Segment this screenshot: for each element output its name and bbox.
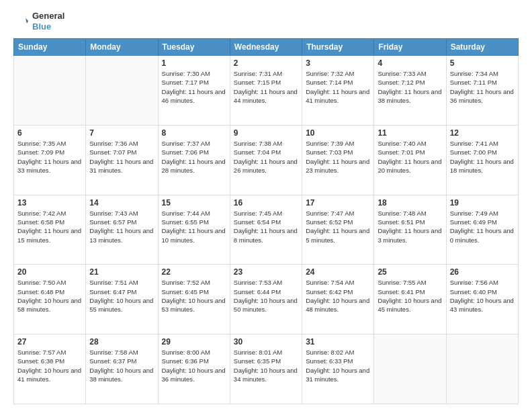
calendar-cell: 19Sunrise: 7:49 AM Sunset: 6:49 PM Dayli… (446, 195, 518, 265)
day-info: Sunrise: 7:45 AM Sunset: 6:54 PM Dayligh… (234, 209, 298, 244)
calendar-cell: 3Sunrise: 7:32 AM Sunset: 7:14 PM Daylig… (302, 56, 374, 126)
day-number: 27 (17, 337, 82, 347)
col-tuesday: Tuesday (158, 39, 230, 56)
day-info: Sunrise: 7:35 AM Sunset: 7:09 PM Dayligh… (17, 139, 82, 175)
day-number: 2 (234, 58, 298, 68)
calendar-week-row: 27Sunrise: 7:57 AM Sunset: 6:38 PM Dayli… (14, 334, 519, 404)
day-info: Sunrise: 7:53 AM Sunset: 6:44 PM Dayligh… (234, 278, 298, 314)
day-number: 16 (234, 198, 298, 208)
day-number: 24 (306, 267, 370, 277)
calendar-week-row: 6Sunrise: 7:35 AM Sunset: 7:09 PM Daylig… (14, 125, 519, 195)
day-info: Sunrise: 8:01 AM Sunset: 6:35 PM Dayligh… (234, 348, 298, 383)
calendar-cell (86, 56, 158, 126)
calendar-cell: 25Sunrise: 7:55 AM Sunset: 6:41 PM Dayli… (374, 265, 446, 334)
day-number: 29 (162, 337, 226, 347)
calendar-cell: 16Sunrise: 7:45 AM Sunset: 6:54 PM Dayli… (230, 195, 302, 265)
day-number: 5 (450, 58, 515, 68)
day-info: Sunrise: 7:42 AM Sunset: 6:58 PM Dayligh… (17, 209, 82, 244)
day-info: Sunrise: 7:56 AM Sunset: 6:40 PM Dayligh… (450, 278, 515, 314)
page: General Blue Sunday Monday Tuesday Wedne… (0, 0, 532, 411)
calendar-cell: 23Sunrise: 7:53 AM Sunset: 6:44 PM Dayli… (230, 265, 302, 334)
day-info: Sunrise: 7:47 AM Sunset: 6:52 PM Dayligh… (306, 209, 370, 244)
calendar-cell: 4Sunrise: 7:33 AM Sunset: 7:12 PM Daylig… (374, 56, 446, 126)
calendar-cell: 29Sunrise: 8:00 AM Sunset: 6:36 PM Dayli… (158, 334, 230, 404)
calendar-cell: 11Sunrise: 7:40 AM Sunset: 7:01 PM Dayli… (374, 125, 446, 195)
calendar-table: Sunday Monday Tuesday Wednesday Thursday… (13, 38, 519, 404)
calendar-cell: 17Sunrise: 7:47 AM Sunset: 6:52 PM Dayli… (302, 195, 374, 265)
day-number: 7 (89, 128, 154, 138)
calendar-cell: 31Sunrise: 8:02 AM Sunset: 6:33 PM Dayli… (302, 334, 374, 404)
day-number: 1 (162, 58, 226, 68)
day-info: Sunrise: 7:34 AM Sunset: 7:11 PM Dayligh… (450, 69, 515, 105)
day-info: Sunrise: 7:51 AM Sunset: 6:47 PM Dayligh… (89, 278, 154, 314)
col-sunday: Sunday (14, 39, 86, 56)
day-number: 13 (17, 198, 82, 208)
calendar-cell: 6Sunrise: 7:35 AM Sunset: 7:09 PM Daylig… (14, 125, 86, 195)
day-number: 18 (378, 198, 442, 208)
logo: General Blue (13, 11, 64, 32)
calendar-week-row: 13Sunrise: 7:42 AM Sunset: 6:58 PM Dayli… (14, 195, 519, 265)
calendar-cell (374, 334, 446, 404)
day-number: 3 (306, 58, 370, 68)
calendar-cell: 10Sunrise: 7:39 AM Sunset: 7:03 PM Dayli… (302, 125, 374, 195)
col-wednesday: Wednesday (230, 39, 302, 56)
col-monday: Monday (86, 39, 158, 56)
calendar-cell: 27Sunrise: 7:57 AM Sunset: 6:38 PM Dayli… (14, 334, 86, 404)
day-number: 21 (89, 267, 154, 277)
day-info: Sunrise: 7:38 AM Sunset: 7:04 PM Dayligh… (234, 139, 298, 175)
logo-text-general: General (32, 11, 64, 21)
day-number: 9 (234, 128, 298, 138)
day-info: Sunrise: 7:39 AM Sunset: 7:03 PM Dayligh… (306, 139, 370, 175)
day-number: 31 (306, 337, 370, 347)
col-saturday: Saturday (446, 39, 518, 56)
day-info: Sunrise: 7:58 AM Sunset: 6:37 PM Dayligh… (89, 348, 154, 383)
calendar-cell: 24Sunrise: 7:54 AM Sunset: 6:42 PM Dayli… (302, 265, 374, 334)
calendar-cell (446, 334, 518, 404)
calendar-header-row: Sunday Monday Tuesday Wednesday Thursday… (14, 39, 519, 56)
day-number: 17 (306, 198, 370, 208)
day-number: 12 (450, 128, 515, 138)
calendar-cell: 13Sunrise: 7:42 AM Sunset: 6:58 PM Dayli… (14, 195, 86, 265)
day-number: 4 (378, 58, 442, 68)
day-number: 30 (234, 337, 298, 347)
day-info: Sunrise: 7:31 AM Sunset: 7:15 PM Dayligh… (234, 69, 298, 105)
day-info: Sunrise: 7:55 AM Sunset: 6:41 PM Dayligh… (378, 278, 442, 314)
calendar-cell: 7Sunrise: 7:36 AM Sunset: 7:07 PM Daylig… (86, 125, 158, 195)
calendar-cell: 28Sunrise: 7:58 AM Sunset: 6:37 PM Dayli… (86, 334, 158, 404)
col-friday: Friday (374, 39, 446, 56)
day-info: Sunrise: 7:50 AM Sunset: 6:48 PM Dayligh… (17, 278, 82, 314)
day-number: 15 (162, 198, 226, 208)
day-number: 8 (162, 128, 226, 138)
calendar-cell: 26Sunrise: 7:56 AM Sunset: 6:40 PM Dayli… (446, 265, 518, 334)
day-number: 22 (162, 267, 226, 277)
day-number: 23 (234, 267, 298, 277)
svg-marker-1 (26, 18, 28, 24)
day-info: Sunrise: 8:02 AM Sunset: 6:33 PM Dayligh… (306, 348, 370, 383)
day-info: Sunrise: 7:32 AM Sunset: 7:14 PM Dayligh… (306, 69, 370, 105)
day-number: 26 (450, 267, 515, 277)
day-info: Sunrise: 7:30 AM Sunset: 7:17 PM Dayligh… (162, 69, 226, 105)
header: General Blue (13, 11, 519, 32)
calendar-cell: 18Sunrise: 7:48 AM Sunset: 6:51 PM Dayli… (374, 195, 446, 265)
day-info: Sunrise: 7:48 AM Sunset: 6:51 PM Dayligh… (378, 209, 442, 244)
day-number: 19 (450, 198, 515, 208)
logo-icon (13, 14, 28, 29)
calendar-cell: 2Sunrise: 7:31 AM Sunset: 7:15 PM Daylig… (230, 56, 302, 126)
calendar-cell: 22Sunrise: 7:52 AM Sunset: 6:45 PM Dayli… (158, 265, 230, 334)
calendar-cell: 9Sunrise: 7:38 AM Sunset: 7:04 PM Daylig… (230, 125, 302, 195)
calendar-week-row: 20Sunrise: 7:50 AM Sunset: 6:48 PM Dayli… (14, 265, 519, 334)
calendar-cell: 30Sunrise: 8:01 AM Sunset: 6:35 PM Dayli… (230, 334, 302, 404)
day-info: Sunrise: 7:36 AM Sunset: 7:07 PM Dayligh… (89, 139, 154, 175)
day-number: 25 (378, 267, 442, 277)
calendar-cell: 12Sunrise: 7:41 AM Sunset: 7:00 PM Dayli… (446, 125, 518, 195)
day-number: 20 (17, 267, 82, 277)
calendar-cell: 14Sunrise: 7:43 AM Sunset: 6:57 PM Dayli… (86, 195, 158, 265)
calendar-cell (14, 56, 86, 126)
day-info: Sunrise: 7:43 AM Sunset: 6:57 PM Dayligh… (89, 209, 154, 244)
day-number: 6 (17, 128, 82, 138)
calendar-cell: 21Sunrise: 7:51 AM Sunset: 6:47 PM Dayli… (86, 265, 158, 334)
calendar-cell: 8Sunrise: 7:37 AM Sunset: 7:06 PM Daylig… (158, 125, 230, 195)
day-number: 10 (306, 128, 370, 138)
day-number: 28 (89, 337, 154, 347)
day-number: 14 (89, 198, 154, 208)
